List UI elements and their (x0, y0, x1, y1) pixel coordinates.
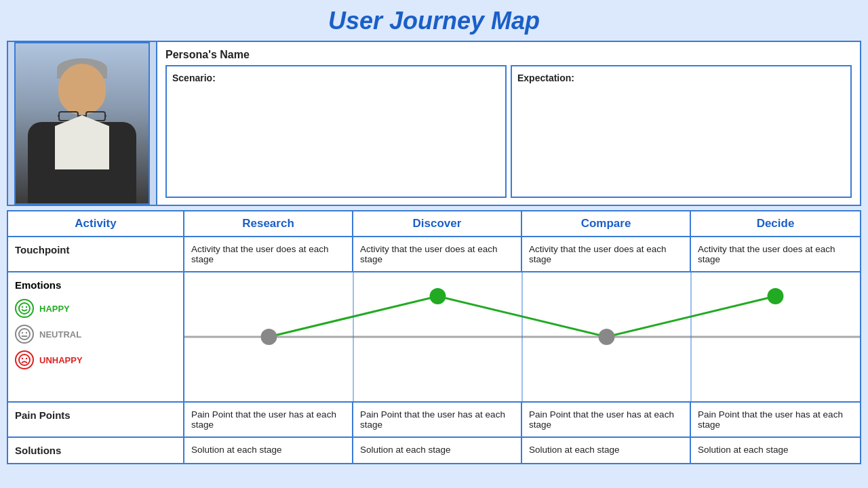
neutral-icon (15, 325, 34, 344)
pain-points-label: Pain Points (8, 403, 184, 436)
pain-point-decide[interactable]: Pain Point that the user has at each sta… (691, 403, 860, 436)
expectation-label: Expectation: (517, 73, 574, 83)
emotions-label: Emotions (15, 279, 176, 291)
svg-point-14 (26, 358, 27, 359)
header-discover: Discover (353, 211, 522, 236)
emotion-unhappy: UNHAPPY (15, 350, 176, 369)
solution-research[interactable]: Solution at each stage (184, 438, 353, 463)
header-compare: Compare (522, 211, 691, 236)
solution-decide[interactable]: Solution at each stage (691, 438, 860, 463)
touchpoint-research[interactable]: Activity that the user does at each stag… (184, 237, 353, 271)
persona-photo (8, 42, 157, 205)
emotion-neutral: NEUTRAL (15, 325, 176, 344)
pain-point-research[interactable]: Pain Point that the user has at each sta… (184, 403, 353, 436)
page-title: User Journey Map (7, 7, 861, 35)
svg-point-6 (22, 306, 23, 308)
solutions-label: Solutions (8, 438, 184, 463)
touchpoint-row: Touchpoint Activity that the user does a… (8, 237, 860, 272)
svg-point-7 (26, 306, 27, 308)
unhappy-label: UNHAPPY (39, 355, 83, 365)
svg-point-8 (19, 329, 30, 340)
persona-name-label: Persona's Name (165, 49, 852, 61)
pain-point-discover[interactable]: Pain Point that the user has at each sta… (353, 403, 522, 436)
header-row: Activity Research Discover Compare Decid… (8, 211, 860, 237)
svg-point-9 (22, 332, 23, 333)
svg-point-19 (768, 288, 784, 304)
persona-info: Persona's Name Scenario: Expectation: (157, 42, 860, 205)
scenario-label: Scenario: (172, 73, 216, 83)
emotions-label-cell: Emotions HAPPY (8, 272, 184, 401)
header-activity: Activity (8, 211, 184, 236)
touchpoint-compare[interactable]: Activity that the user does at each stag… (522, 237, 691, 271)
emotions-chart (184, 272, 860, 401)
unhappy-icon (15, 350, 34, 369)
scenario-box[interactable]: Scenario: (165, 65, 507, 198)
happy-label: HAPPY (39, 304, 70, 314)
pain-points-row: Pain Points Pain Point that the user has… (8, 403, 860, 438)
solutions-row: Solutions Solution at each stage Solutio… (8, 438, 860, 463)
solution-discover[interactable]: Solution at each stage (353, 438, 522, 463)
pain-point-compare[interactable]: Pain Point that the user has at each sta… (522, 403, 691, 436)
svg-point-10 (26, 332, 27, 333)
touchpoint-discover[interactable]: Activity that the user does at each stag… (353, 237, 522, 271)
touchpoint-decide[interactable]: Activity that the user does at each stag… (691, 237, 860, 271)
touchpoint-label: Touchpoint (8, 237, 184, 271)
svg-point-5 (19, 303, 30, 314)
svg-point-13 (22, 358, 23, 359)
neutral-label: NEUTRAL (39, 329, 81, 340)
emotion-happy: HAPPY (15, 299, 176, 318)
svg-point-17 (599, 329, 615, 345)
expectation-box[interactable]: Expectation: (511, 65, 852, 198)
header-research: Research (184, 211, 353, 236)
svg-point-16 (261, 329, 277, 345)
svg-point-18 (430, 288, 446, 304)
journey-map-grid: Activity Research Discover Compare Decid… (7, 210, 861, 464)
emotions-row: Emotions HAPPY (8, 272, 860, 403)
svg-point-12 (19, 354, 30, 365)
happy-icon (15, 299, 34, 318)
header-decide: Decide (691, 211, 860, 236)
solution-compare[interactable]: Solution at each stage (522, 438, 691, 463)
